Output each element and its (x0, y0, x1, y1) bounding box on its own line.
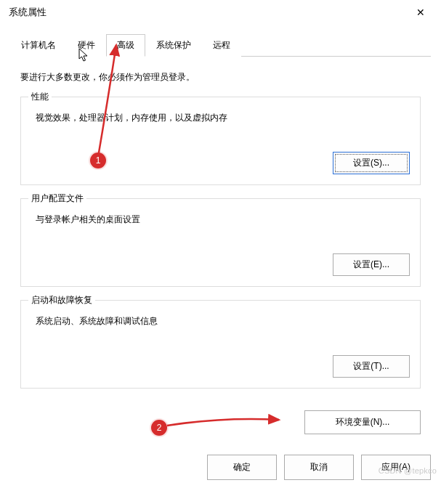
window-title: 系统属性 (9, 6, 46, 19)
close-icon: ✕ (416, 7, 425, 18)
startup-settings-button[interactable]: 设置(T)... (333, 355, 410, 378)
group-user-profiles: 用户配置文件 与登录帐户相关的桌面设置 设置(E)... (20, 198, 421, 287)
tab-system-protection[interactable]: 系统保护 (145, 34, 202, 57)
dialog-button-row: 确定 取消 应用(A) (0, 447, 441, 490)
group-user-profiles-desc: 与登录帐户相关的桌面设置 (36, 214, 410, 226)
group-user-profiles-legend: 用户配置文件 (28, 192, 86, 205)
env-row: 环境变量(N)... (0, 407, 441, 447)
group-startup-btn-row: 设置(T)... (31, 355, 410, 378)
group-performance: 性能 视觉效果，处理器计划，内存使用，以及虚拟内存 设置(S)... (20, 97, 421, 185)
group-startup-legend: 启动和故障恢复 (28, 294, 95, 306)
cancel-button[interactable]: 取消 (284, 455, 354, 480)
group-performance-legend: 性能 (28, 91, 52, 103)
tab-remote[interactable]: 远程 (202, 34, 241, 57)
tab-hardware[interactable]: 硬件 (67, 34, 106, 57)
title-bar: 系统属性 ✕ (0, 0, 441, 25)
ok-button[interactable]: 确定 (207, 455, 277, 480)
tab-bar: 计算机名 硬件 高级 系统保护 远程 (10, 33, 431, 57)
environment-variables-button[interactable]: 环境变量(N)... (304, 410, 421, 434)
group-performance-desc: 视觉效果，处理器计划，内存使用，以及虚拟内存 (36, 112, 410, 124)
watermark-text: CSDN @tepkco (379, 466, 437, 475)
close-button[interactable]: ✕ (409, 4, 432, 21)
group-startup-desc: 系统启动、系统故障和调试信息 (36, 315, 410, 328)
user-profiles-settings-button[interactable]: 设置(E)... (333, 253, 410, 276)
tab-content-advanced: 要进行大多数更改，你必须作为管理员登录。 性能 视觉效果，处理器计划，内存使用，… (0, 57, 441, 407)
group-startup-recovery: 启动和故障恢复 系统启动、系统故障和调试信息 设置(T)... (20, 300, 421, 389)
tab-computer-name[interactable]: 计算机名 (10, 34, 67, 57)
intro-text: 要进行大多数更改，你必须作为管理员登录。 (20, 71, 421, 84)
performance-settings-button[interactable]: 设置(S)... (333, 152, 410, 174)
group-performance-btn-row: 设置(S)... (31, 152, 410, 174)
tab-advanced[interactable]: 高级 (106, 34, 145, 57)
group-user-profiles-btn-row: 设置(E)... (31, 253, 410, 276)
